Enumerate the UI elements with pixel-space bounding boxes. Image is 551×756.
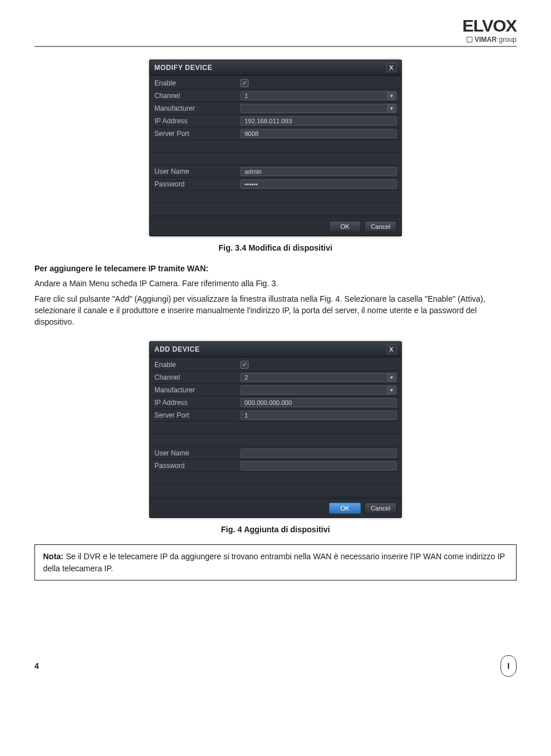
cancel-button[interactable]: Cancel bbox=[364, 221, 397, 232]
ip-address-input[interactable] bbox=[240, 116, 397, 126]
label-port: Server Port bbox=[154, 130, 240, 138]
label-ip: IP Address bbox=[154, 399, 240, 407]
manufacturer-select[interactable] bbox=[240, 104, 397, 113]
add-device-dialog: ADD DEVICE X Enable ✓ Channel ▾ bbox=[149, 341, 402, 518]
label-manufacturer: Manufacturer bbox=[154, 386, 240, 394]
page-header: ELVOX VIMAR group bbox=[34, 17, 517, 47]
dialog-title: MODIFY DEVICE bbox=[154, 64, 212, 72]
manufacturer-select[interactable] bbox=[240, 385, 397, 395]
ok-button[interactable]: OK bbox=[329, 221, 361, 232]
row-empty bbox=[150, 434, 401, 447]
row-empty bbox=[150, 422, 401, 434]
server-port-input[interactable] bbox=[240, 129, 397, 138]
row-enable: Enable ✓ bbox=[150, 77, 401, 89]
row-empty bbox=[150, 153, 401, 165]
close-button[interactable]: X bbox=[386, 345, 397, 354]
row-port: Server Port bbox=[150, 127, 401, 140]
logo-square-icon bbox=[467, 37, 472, 42]
label-channel: Channel bbox=[154, 373, 240, 381]
row-manufacturer: Manufacturer ▾ bbox=[150, 102, 401, 115]
row-channel: Channel ▾ bbox=[150, 371, 401, 384]
page-indicator-right: I bbox=[500, 655, 517, 677]
close-button[interactable]: X bbox=[386, 63, 397, 72]
row-username: User Name bbox=[150, 165, 401, 178]
paragraph-heading: Per aggiungere le telecamere IP tramite … bbox=[34, 263, 517, 274]
ok-button[interactable]: OK bbox=[329, 502, 361, 514]
row-enable: Enable ✓ bbox=[150, 358, 401, 371]
ip-address-input[interactable] bbox=[240, 398, 397, 407]
row-ip: IP Address bbox=[150, 396, 401, 409]
row-ip: IP Address bbox=[150, 115, 401, 127]
channel-select[interactable] bbox=[240, 91, 397, 100]
note-text: Se il DVR e le telecamere IP da aggiunge… bbox=[43, 552, 505, 572]
label-username: User Name bbox=[154, 167, 240, 176]
chevron-down-icon[interactable]: ▾ bbox=[387, 104, 395, 112]
figure-caption: Fig. 3.4 Modifica di dispositivi bbox=[34, 243, 517, 252]
label-channel: Channel bbox=[154, 92, 240, 100]
dialog-titlebar: MODIFY DEVICE X bbox=[150, 60, 401, 76]
username-input[interactable] bbox=[240, 167, 397, 176]
figure-caption: Fig. 4 Aggiunta di dispositivi bbox=[34, 525, 517, 534]
channel-select[interactable] bbox=[240, 373, 397, 382]
label-enable: Enable bbox=[154, 361, 240, 369]
modify-device-dialog: MODIFY DEVICE X Enable ✓ Channel ▾ bbox=[149, 60, 402, 236]
row-password: Password bbox=[150, 459, 401, 472]
row-empty bbox=[150, 140, 401, 153]
label-enable: Enable bbox=[154, 79, 240, 87]
dialog-title: ADD DEVICE bbox=[154, 345, 200, 353]
password-input[interactable] bbox=[240, 180, 397, 189]
row-port: Server Port bbox=[150, 409, 401, 422]
label-manufacturer: Manufacturer bbox=[154, 104, 240, 112]
note-box: Nota: Se il DVR e le telecamere IP da ag… bbox=[34, 544, 517, 580]
label-ip: IP Address bbox=[154, 117, 240, 125]
row-username: User Name bbox=[150, 447, 401, 459]
enable-checkbox[interactable]: ✓ bbox=[240, 79, 249, 87]
note-prefix: Nota: bbox=[43, 552, 64, 561]
brand-logo: ELVOX VIMAR group bbox=[463, 17, 517, 44]
logo-subtext: VIMAR group bbox=[463, 36, 517, 44]
chevron-down-icon[interactable]: ▾ bbox=[387, 92, 395, 100]
paragraph: Andare a Main Menu scheda IP Camera. Far… bbox=[34, 278, 517, 289]
username-input[interactable] bbox=[240, 449, 397, 458]
row-empty bbox=[150, 472, 401, 485]
server-port-input[interactable] bbox=[240, 411, 397, 420]
dialog-body: Enable ✓ Channel ▾ Manufacturer bbox=[150, 76, 401, 217]
dialog-footer: OK Cancel bbox=[150, 498, 401, 517]
row-password: Password bbox=[150, 178, 401, 190]
row-manufacturer: Manufacturer ▾ bbox=[150, 384, 401, 396]
row-empty bbox=[150, 190, 401, 203]
cancel-button[interactable]: Cancel bbox=[364, 502, 397, 514]
row-channel: Channel ▾ bbox=[150, 89, 401, 102]
label-username: User Name bbox=[154, 449, 240, 457]
enable-checkbox[interactable]: ✓ bbox=[240, 361, 249, 369]
page-footer: 4 I bbox=[34, 655, 517, 677]
paragraph: Fare clic sul pulsante "Add" (Aggiungi) … bbox=[34, 293, 517, 328]
row-empty bbox=[150, 485, 401, 497]
row-empty bbox=[150, 203, 401, 216]
label-password: Password bbox=[154, 180, 240, 188]
dialog-titlebar: ADD DEVICE X bbox=[150, 342, 401, 357]
label-password: Password bbox=[154, 462, 240, 470]
dialog-footer: OK Cancel bbox=[150, 217, 401, 236]
logo-text: ELVOX bbox=[463, 17, 517, 34]
chevron-down-icon[interactable]: ▾ bbox=[387, 386, 395, 394]
password-input[interactable] bbox=[240, 461, 397, 470]
label-port: Server Port bbox=[154, 411, 240, 419]
dialog-body: Enable ✓ Channel ▾ Manufacturer bbox=[150, 357, 401, 498]
chevron-down-icon[interactable]: ▾ bbox=[387, 373, 395, 381]
page-number-left: 4 bbox=[34, 661, 39, 671]
